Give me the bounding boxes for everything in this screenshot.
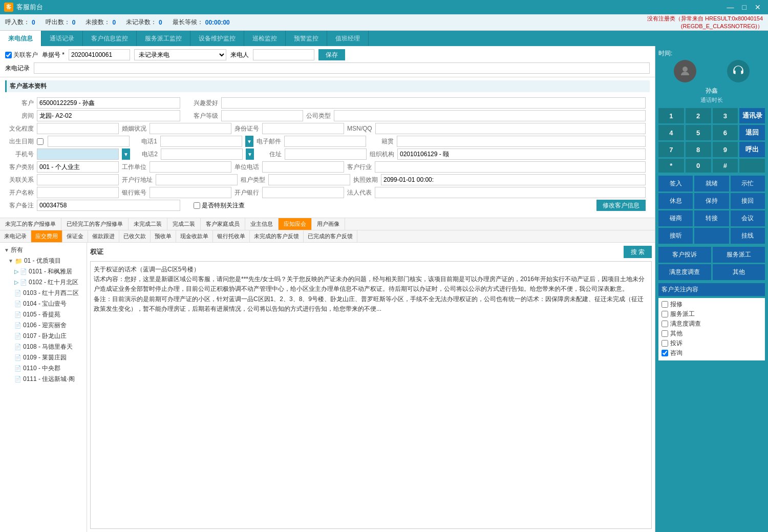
tree-folder-01[interactable]: ▼ 📁 01 - 优质项目 [0, 256, 87, 266]
id-input[interactable] [262, 123, 344, 134]
customer-level-input[interactable] [221, 110, 303, 121]
company-type-input[interactable] [334, 110, 646, 121]
phone2-btn[interactable]: ▼ [246, 148, 254, 160]
marital-input[interactable] [150, 123, 231, 134]
phone2-input[interactable] [161, 148, 243, 160]
link-customer-checkbox[interactable]: 关联客户 [5, 51, 38, 59]
tree-item-0102[interactable]: ▷ 📄 0102 - 红十月北区 [0, 277, 87, 288]
dial-5[interactable]: 5 [686, 125, 711, 140]
subtab2-deposit[interactable]: 保证金 [62, 230, 88, 242]
dial-back[interactable]: 退回 [739, 125, 765, 140]
rent-type-input[interactable] [268, 174, 350, 185]
subtab-knowledge[interactable]: 应知应会 [279, 218, 312, 230]
tab-service-dispatch[interactable]: 服务派工监控 [137, 31, 190, 46]
link-customer-input[interactable] [5, 52, 12, 58]
customer-input[interactable] [37, 97, 180, 109]
focus-satisfaction-checkbox[interactable] [662, 321, 668, 327]
focus-repair-checkbox[interactable] [662, 301, 668, 308]
ticket-number-input[interactable] [69, 49, 130, 60]
dial-0[interactable]: 0 [686, 159, 711, 173]
search-button[interactable]: 搜 索 [624, 246, 652, 258]
mobile-input[interactable] [37, 148, 119, 160]
birthday-checkbox[interactable] [37, 138, 44, 145]
subtab2-incomplete-feedback[interactable]: 未完成的客户反馈 [250, 230, 304, 242]
tab-customer-monitor[interactable]: 客户信息监控 [83, 31, 137, 46]
subtab-family[interactable]: 客户家庭成员 [201, 218, 245, 230]
dial-9[interactable]: 9 [713, 142, 738, 157]
dial-6[interactable]: 6 [713, 125, 738, 140]
save-button[interactable]: 保存 [318, 49, 345, 60]
tree-root[interactable]: ▼ 所有 [0, 245, 87, 256]
dial-3[interactable]: 3 [713, 108, 738, 123]
subtab2-bank[interactable]: 银行托收单 [213, 230, 250, 242]
tree-item-0111[interactable]: 📄 0111 - 佳远新城·阁 [0, 374, 87, 385]
tree-item-0110[interactable]: 📄 0110 - 中央郡 [0, 363, 87, 374]
org-input[interactable] [397, 148, 646, 160]
tab-call-records[interactable]: 通话记录 [41, 31, 83, 46]
tree-item-0104[interactable]: 📄 0104 - 宝山壹号 [0, 299, 87, 309]
relation-input[interactable] [37, 174, 119, 185]
tab-duty-manager[interactable]: 值班经理 [327, 31, 369, 46]
answer-button[interactable]: 接听 [658, 228, 693, 244]
special-attention-label[interactable]: 是否特别关注查 [194, 201, 245, 210]
hangup-button[interactable]: 挂线 [731, 228, 765, 244]
caller-input[interactable] [253, 49, 314, 60]
busy-button[interactable]: 示忙 [731, 176, 765, 191]
minimize-button[interactable]: — [724, 3, 737, 11]
unit-phone-input[interactable] [262, 161, 344, 173]
maximize-button[interactable]: □ [739, 3, 750, 11]
rest-button[interactable]: 休息 [658, 193, 693, 209]
phone1-btn[interactable]: ▼ [245, 136, 253, 147]
note-input[interactable] [37, 200, 180, 211]
tree-item-0103[interactable]: 📄 0103 - 红十月西二区 [0, 288, 87, 299]
subtab-incomplete-second[interactable]: 未完成二装 [129, 218, 167, 230]
dial-star[interactable]: * [658, 159, 684, 173]
retrieve-button[interactable]: 接回 [731, 193, 765, 209]
subtab-owner-info[interactable]: 业主信息 [245, 218, 279, 230]
tree-item-0107[interactable]: 📄 0107 - 卧龙山庄 [0, 331, 87, 342]
dial-1[interactable]: 1 [658, 108, 684, 123]
tab-device-maintenance[interactable]: 设备维护监控 [190, 31, 244, 46]
consult-button[interactable]: 碰商 [658, 210, 693, 226]
tab-patrol[interactable]: 巡检监控 [244, 31, 286, 46]
dial-contacts[interactable]: 通讯录 [739, 108, 765, 123]
phone1-input[interactable] [160, 136, 242, 147]
subtab2-collected[interactable]: 已收欠款 [119, 230, 151, 242]
address-input[interactable] [285, 148, 367, 160]
subtab-incomplete-repair[interactable]: 未完工的客户报修单 [0, 218, 61, 230]
tree-item-0105[interactable]: 📄 0105 - 香提苑 [0, 309, 87, 320]
conference-button[interactable]: 会议 [731, 210, 765, 226]
ready-button[interactable]: 就绪 [694, 176, 729, 191]
hold-button[interactable]: 保持 [694, 193, 729, 209]
tree-item-0101[interactable]: ▷ 📄 0101 - 和枫雅居 [0, 266, 87, 277]
subtab2-prepay[interactable]: 预收单 [151, 230, 176, 242]
complaint-button[interactable]: 客户投诉 [658, 247, 711, 263]
other-button[interactable]: 其他 [713, 264, 765, 280]
modify-customer-button[interactable]: 修改客户信息 [596, 200, 646, 211]
subtab2-call-record[interactable]: 来电记录 [0, 230, 31, 242]
satisfaction-button[interactable]: 满意度调查 [658, 264, 711, 280]
bank-account-input[interactable] [150, 187, 231, 198]
native-place-input[interactable] [397, 136, 646, 147]
record-input[interactable] [34, 62, 650, 74]
close-button[interactable]: ✕ [752, 3, 764, 11]
subtab2-cash[interactable]: 现金收款单 [176, 230, 213, 242]
subtab-complete-second[interactable]: 完成二装 [167, 218, 201, 230]
dial-4[interactable]: 4 [658, 125, 684, 140]
interest-input[interactable] [221, 97, 646, 109]
subtab-complete-repair[interactable]: 已经完工的客户报修单 [61, 218, 129, 230]
cust-type-input[interactable] [37, 161, 119, 173]
focus-service-checkbox[interactable] [662, 311, 668, 317]
sign-in-button[interactable]: 签入 [658, 176, 693, 191]
room-input[interactable] [37, 110, 180, 121]
subtab2-fees[interactable]: 应交费用 [31, 230, 62, 242]
record-type-select[interactable]: 未记录来电 [134, 49, 226, 60]
subtab2-dunning[interactable]: 催款跟进 [88, 230, 119, 242]
work-unit-input[interactable] [150, 161, 231, 173]
email-input[interactable] [284, 136, 366, 147]
msnqq-input[interactable] [375, 123, 646, 134]
dial-8[interactable]: 8 [686, 142, 711, 157]
subtab2-complete-feedback[interactable]: 已完成的客户反馈 [304, 230, 357, 242]
license-expiry-input[interactable] [381, 174, 646, 185]
transfer-button[interactable]: 转接 [694, 210, 729, 226]
